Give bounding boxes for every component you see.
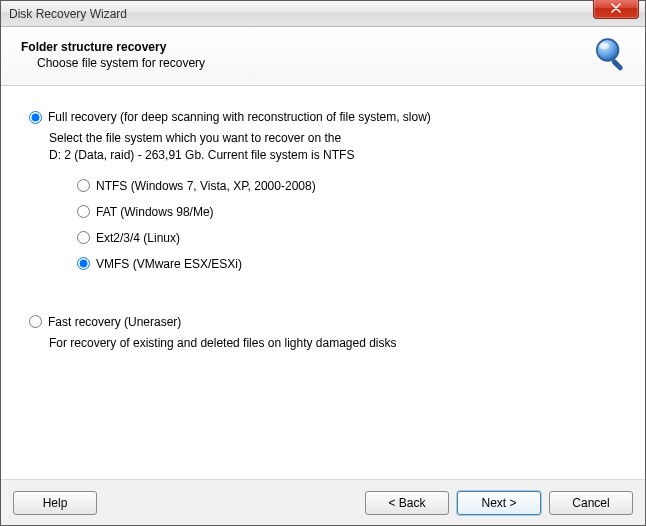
fs-vmfs-radio[interactable] (77, 257, 90, 270)
wizard-header: Folder structure recovery Choose file sy… (1, 27, 645, 86)
magnifier-icon (591, 35, 631, 75)
svg-point-0 (597, 39, 619, 61)
mode-full-desc-line2: D: 2 (Data, raid) - 263,91 Gb. Current f… (49, 148, 354, 162)
window-title: Disk Recovery Wizard (9, 7, 641, 21)
mode-fast-radio[interactable] (29, 315, 42, 328)
svg-point-1 (599, 43, 609, 50)
fs-ntfs-label: NTFS (Windows 7, Vista, XP, 2000-2008) (96, 179, 316, 193)
close-button[interactable] (593, 0, 639, 19)
fs-fat-label: FAT (Windows 98/Me) (96, 205, 214, 219)
mode-fast-desc: For recovery of existing and deleted fil… (49, 335, 617, 352)
wizard-body: Full recovery (for deep scanning with re… (1, 86, 645, 479)
fs-vmfs-row[interactable]: VMFS (VMware ESX/ESXi) (77, 257, 617, 271)
wizard-window: Disk Recovery Wizard Folder structure re… (0, 0, 646, 526)
cancel-button[interactable]: Cancel (549, 491, 633, 515)
fs-fat-radio[interactable] (77, 205, 90, 218)
mode-fast-label: Fast recovery (Uneraser) (48, 315, 181, 329)
close-icon (611, 2, 621, 16)
help-button[interactable]: Help (13, 491, 97, 515)
fs-ext-row[interactable]: Ext2/3/4 (Linux) (77, 231, 617, 245)
filesystem-options: NTFS (Windows 7, Vista, XP, 2000-2008) F… (77, 179, 617, 271)
mode-full-radio[interactable] (29, 111, 42, 124)
mode-full-label: Full recovery (for deep scanning with re… (48, 110, 431, 124)
next-button[interactable]: Next > (457, 491, 541, 515)
back-button[interactable]: < Back (365, 491, 449, 515)
mode-full-desc: Select the file system which you want to… (49, 130, 617, 165)
fs-ntfs-radio[interactable] (77, 179, 90, 192)
mode-fast-row[interactable]: Fast recovery (Uneraser) (29, 315, 617, 329)
fs-fat-row[interactable]: FAT (Windows 98/Me) (77, 205, 617, 219)
fs-ntfs-row[interactable]: NTFS (Windows 7, Vista, XP, 2000-2008) (77, 179, 617, 193)
mode-full-desc-line1: Select the file system which you want to… (49, 131, 341, 145)
fs-vmfs-label: VMFS (VMware ESX/ESXi) (96, 257, 242, 271)
mode-full-row[interactable]: Full recovery (for deep scanning with re… (29, 110, 617, 124)
header-title: Folder structure recovery (21, 40, 591, 54)
header-text: Folder structure recovery Choose file sy… (21, 40, 591, 70)
fs-ext-label: Ext2/3/4 (Linux) (96, 231, 180, 245)
fs-ext-radio[interactable] (77, 231, 90, 244)
svg-rect-2 (611, 58, 624, 71)
wizard-footer: Help < Back Next > Cancel (1, 479, 645, 525)
header-subtitle: Choose file system for recovery (37, 56, 591, 70)
titlebar: Disk Recovery Wizard (1, 1, 645, 27)
